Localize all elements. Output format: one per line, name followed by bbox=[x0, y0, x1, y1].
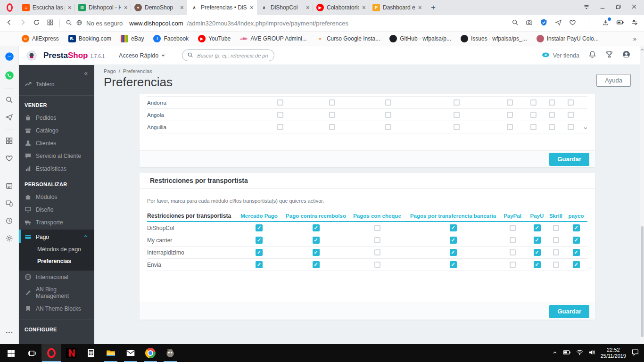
checkbox[interactable]: ✓ bbox=[534, 237, 541, 244]
checkbox[interactable] bbox=[553, 249, 559, 255]
find-in-page-button[interactable] bbox=[512, 19, 519, 28]
save-button[interactable]: Guardar bbox=[549, 153, 589, 166]
bookmark-item[interactable]: eBay bbox=[121, 35, 144, 42]
window-minimize-button[interactable] bbox=[599, 3, 606, 12]
checkbox[interactable] bbox=[374, 237, 380, 243]
checkbox[interactable] bbox=[510, 249, 516, 255]
checkbox[interactable] bbox=[507, 124, 513, 130]
back-button[interactable] bbox=[6, 19, 13, 28]
taskbar-chrome-button[interactable] bbox=[140, 344, 160, 362]
checkbox[interactable]: ✓ bbox=[313, 261, 320, 268]
scrollbar-thumb[interactable] bbox=[641, 226, 644, 337]
vpn-shield-button[interactable] bbox=[540, 18, 548, 28]
sidebar-search-button[interactable] bbox=[5, 96, 13, 106]
window-restore-button[interactable] bbox=[615, 3, 621, 12]
checkbox[interactable]: ✓ bbox=[256, 224, 263, 231]
checkbox[interactable] bbox=[385, 99, 391, 106]
bookmark-item[interactable]: ∪AliExpress bbox=[22, 35, 59, 42]
checkbox[interactable]: ✓ bbox=[313, 237, 320, 244]
sidebar-send-button[interactable] bbox=[5, 113, 13, 123]
scroll-down-icon[interactable] bbox=[583, 124, 588, 133]
checkbox[interactable] bbox=[454, 112, 460, 118]
close-tab-icon[interactable]: × bbox=[180, 4, 184, 11]
browser-tab[interactable]: PDashboard ePayco× bbox=[369, 0, 425, 15]
window-close-button[interactable] bbox=[631, 3, 637, 12]
bookmarks-overflow-button[interactable]: » bbox=[633, 35, 636, 42]
bookmark-page-button[interactable] bbox=[569, 19, 576, 28]
taskbar-gimp-button[interactable] bbox=[160, 344, 180, 362]
admin-search[interactable] bbox=[182, 49, 274, 61]
checkbox[interactable] bbox=[510, 237, 516, 243]
taskbar-calculator-button[interactable] bbox=[81, 344, 101, 362]
checkbox[interactable] bbox=[277, 124, 283, 130]
sidebar-ellipsis-button[interactable] bbox=[5, 329, 13, 338]
sidebar-speed-dial-button[interactable] bbox=[5, 137, 13, 147]
quick-access-dropdown[interactable]: Acceso Rápido bbox=[119, 52, 165, 59]
checkbox[interactable]: ✓ bbox=[256, 249, 263, 256]
browser-tab[interactable]: ●DemoShop× bbox=[131, 0, 187, 15]
checkbox[interactable]: ✓ bbox=[313, 249, 320, 256]
sidebar-whatsapp-button[interactable] bbox=[5, 71, 14, 82]
checkbox[interactable]: ✓ bbox=[256, 261, 263, 268]
close-tab-icon[interactable]: × bbox=[418, 4, 422, 11]
opera-menu-button[interactable] bbox=[0, 0, 19, 15]
checkbox[interactable] bbox=[549, 99, 555, 106]
checkbox[interactable] bbox=[553, 262, 559, 268]
checkbox[interactable] bbox=[329, 112, 335, 118]
sidebar-subitem-métodos-de-pago[interactable]: Métodos de pago bbox=[19, 243, 94, 255]
bookmark-item[interactable]: ∞Curso Google Insta... bbox=[316, 35, 380, 42]
hidden-icons-button[interactable] bbox=[552, 349, 558, 357]
easy-setup-button[interactable] bbox=[631, 19, 638, 28]
taskbar-start-button[interactable] bbox=[0, 344, 22, 362]
bookmark-item[interactable]: GitHub - wfpaisa/p... bbox=[389, 35, 451, 42]
sidebar-heart-button[interactable] bbox=[5, 154, 13, 164]
bookmark-item[interactable]: ▶YouTube bbox=[198, 35, 231, 42]
view-shop-link[interactable]: Ver tienda bbox=[542, 51, 579, 60]
sidebar-settings-button[interactable] bbox=[5, 234, 13, 244]
sidebar-item-diseño[interactable]: Diseño bbox=[19, 203, 94, 216]
url-field[interactable]: No es seguro www.dishopcol.com/admin320m… bbox=[66, 19, 512, 27]
bookmark-item[interactable]: Instalar PayU Colo... bbox=[537, 35, 599, 42]
checkbox[interactable] bbox=[530, 124, 537, 130]
sidebar-item-servicio-al-cliente[interactable]: Servicio al Cliente bbox=[19, 149, 94, 162]
checkbox[interactable]: ✓ bbox=[573, 224, 580, 231]
checkbox[interactable] bbox=[454, 124, 460, 130]
save-button[interactable]: Guardar bbox=[549, 305, 589, 318]
sidebar-item-internacional[interactable]: Internacional bbox=[19, 271, 94, 283]
collapse-sidebar-button[interactable]: « bbox=[19, 65, 94, 78]
checkbox[interactable]: ✓ bbox=[534, 249, 541, 256]
sidebar-item-módulos[interactable]: Módulos bbox=[19, 190, 94, 203]
checkbox[interactable] bbox=[568, 99, 574, 106]
help-button[interactable]: Ayuda bbox=[596, 74, 631, 87]
taskbar-netflix-button[interactable] bbox=[61, 344, 81, 362]
checkbox[interactable] bbox=[277, 99, 283, 106]
checkbox[interactable]: ✓ bbox=[450, 261, 457, 268]
checkbox[interactable] bbox=[530, 112, 537, 118]
battery-saver-button[interactable] bbox=[616, 18, 624, 28]
checkbox[interactable]: ✓ bbox=[573, 261, 580, 268]
profile-button[interactable] bbox=[622, 50, 630, 60]
wifi-button[interactable] bbox=[576, 349, 583, 358]
volume-button[interactable] bbox=[588, 349, 595, 358]
sidebar-item-clientes[interactable]: Clientes bbox=[19, 137, 94, 149]
sidebar-item-catálogo[interactable]: Catálogo bbox=[19, 124, 94, 137]
checkbox[interactable] bbox=[329, 99, 335, 106]
browser-tab[interactable]: ∧DiShopCol× bbox=[257, 0, 313, 15]
taskbar-mail-button[interactable] bbox=[121, 344, 140, 362]
checkbox[interactable]: ✓ bbox=[573, 237, 580, 244]
checkbox[interactable] bbox=[568, 112, 574, 118]
my-flow-button[interactable] bbox=[555, 19, 562, 28]
checkbox[interactable] bbox=[507, 112, 513, 118]
checkbox[interactable] bbox=[510, 225, 516, 231]
sidebar-news-button[interactable] bbox=[5, 182, 13, 192]
sidebar-item-pedidos[interactable]: Pedidos bbox=[19, 111, 94, 124]
checkbox[interactable]: ✓ bbox=[256, 237, 263, 244]
breadcrumb-item[interactable]: Pago bbox=[104, 68, 116, 74]
reload-button[interactable] bbox=[33, 19, 40, 28]
browser-tab[interactable]: ▶Colaboratorio ePay...× bbox=[313, 0, 369, 15]
new-tab-button[interactable]: + bbox=[425, 3, 441, 12]
taskbar-explorer-button[interactable] bbox=[101, 344, 121, 362]
browser-tab[interactable]: ♫Escucha las pistas q...× bbox=[19, 0, 75, 15]
checkbox[interactable]: ✓ bbox=[450, 249, 457, 256]
close-tab-icon[interactable]: × bbox=[250, 4, 254, 11]
